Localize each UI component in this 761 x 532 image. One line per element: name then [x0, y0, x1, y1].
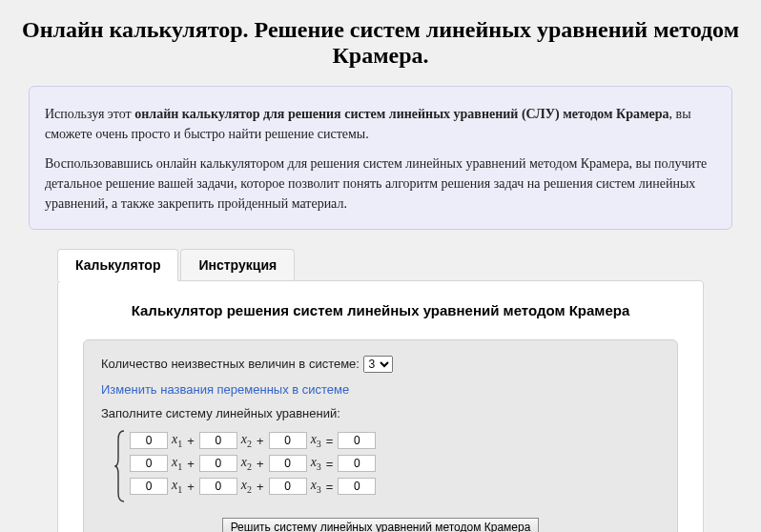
coef-input-r2-x2[interactable] — [199, 455, 237, 472]
solve-row: Решить систему линейных уравнений методо… — [101, 518, 660, 532]
tabs-wrapper: Калькулятор Инструкция Калькулятор решен… — [29, 249, 732, 532]
info-p1-prefix: Используя этот — [45, 107, 134, 121]
coef-input-r2-x3[interactable] — [269, 455, 307, 472]
info-p2: Воспользовавшись онлайн калькулятором дл… — [45, 153, 716, 214]
info-p1: Используя этот онлайн калькулятор для ре… — [45, 104, 716, 144]
tab-instruction[interactable]: Инструкция — [180, 249, 295, 280]
equation-row: x1 + x2 + x3 = — [130, 478, 376, 495]
curly-brace-icon — [114, 430, 126, 502]
equation-row: x1 + x2 + x3 = — [130, 432, 376, 449]
equals-sign: = — [326, 480, 334, 494]
change-variables-link[interactable]: Изменить названия переменных в системе — [101, 382, 349, 397]
solve-button[interactable]: Решить систему линейных уравнений методо… — [222, 518, 540, 532]
coef-input-r1-x2[interactable] — [199, 432, 237, 449]
plus-sign: + — [187, 480, 195, 494]
unknowns-count-select[interactable]: 3 — [363, 356, 393, 373]
coef-input-r3-x3[interactable] — [269, 478, 307, 495]
unknowns-count-row: Количество неизвестных величин в системе… — [101, 356, 660, 373]
rhs-input-r1[interactable] — [338, 432, 376, 449]
info-p1-bold: онлайн калькулятор для решения систем ли… — [134, 107, 668, 121]
plus-sign: + — [187, 434, 195, 448]
calculator-heading: Калькулятор решения систем линейных урав… — [58, 302, 703, 318]
plus-sign: + — [257, 480, 264, 494]
rhs-input-r2[interactable] — [338, 455, 376, 472]
tab-calculator[interactable]: Калькулятор — [57, 249, 178, 281]
plus-sign: + — [257, 457, 264, 471]
coef-input-r3-x2[interactable] — [199, 478, 237, 495]
var-label: x3 — [311, 432, 321, 449]
page-title: Онлайн калькулятор. Решение систем линей… — [19, 17, 742, 69]
calculator-panel: Калькулятор решения систем линейных урав… — [57, 280, 704, 532]
equation-row: x1 + x2 + x3 = — [130, 455, 376, 472]
var-label: x3 — [311, 478, 321, 495]
var-label: x2 — [241, 478, 252, 495]
var-label: x3 — [311, 455, 321, 472]
rhs-input-r3[interactable] — [338, 478, 376, 495]
system-block: x1 + x2 + x3 = x1 + — [114, 430, 660, 502]
equation-rows: x1 + x2 + x3 = x1 + — [130, 430, 376, 502]
coef-input-r1-x1[interactable] — [130, 432, 168, 449]
fill-system-label: Заполните систему линейных уравнений: — [101, 406, 660, 420]
var-label: x2 — [241, 432, 252, 449]
coef-input-r1-x3[interactable] — [269, 432, 307, 449]
coef-input-r3-x1[interactable] — [130, 478, 168, 495]
plus-sign: + — [187, 457, 195, 471]
coef-input-r2-x1[interactable] — [130, 455, 168, 472]
equals-sign: = — [326, 434, 334, 448]
var-label: x1 — [172, 478, 182, 495]
unknowns-count-label: Количество неизвестных величин в системе… — [101, 357, 360, 371]
info-box: Используя этот онлайн калькулятор для ре… — [29, 86, 732, 230]
var-label: x1 — [172, 432, 182, 449]
plus-sign: + — [257, 434, 264, 448]
var-label: x2 — [241, 455, 252, 472]
var-label: x1 — [172, 455, 182, 472]
equals-sign: = — [326, 457, 334, 471]
calculator-inner-panel: Количество неизвестных величин в системе… — [83, 339, 678, 532]
tabs: Калькулятор Инструкция — [57, 249, 732, 280]
